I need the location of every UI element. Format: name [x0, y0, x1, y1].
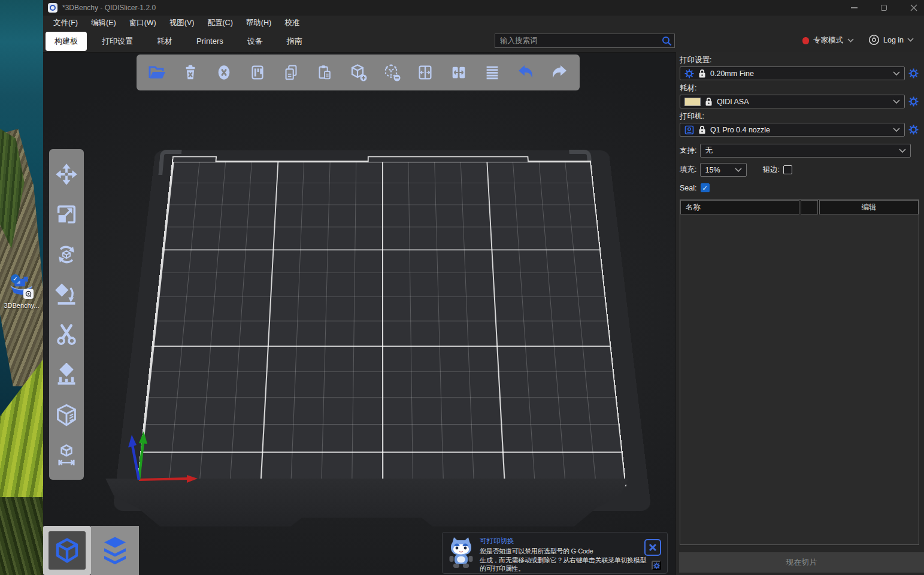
menu-help[interactable]: 帮助(H) [240, 16, 278, 30]
close-x-icon [649, 543, 657, 552]
mascot-icon [447, 535, 475, 570]
login-label: Log in [883, 36, 904, 44]
delete-button[interactable] [177, 59, 204, 86]
bed-notch [172, 156, 217, 162]
search-input[interactable] [495, 34, 675, 48]
remove-instance-button[interactable] [378, 59, 405, 86]
move-tool-button[interactable] [53, 161, 80, 188]
scale-tool-button[interactable] [53, 201, 80, 228]
tab-filament[interactable]: 耗材 [148, 32, 181, 51]
chevron-down-icon [899, 149, 906, 153]
printer-edit-button[interactable] [907, 125, 919, 135]
copy-button[interactable] [278, 59, 304, 86]
brim-label: 裙边: [762, 165, 779, 175]
gear-icon [684, 69, 694, 78]
split-to-parts-button[interactable] [446, 59, 472, 86]
cube-3d-view-icon [54, 537, 80, 564]
desktop-icon-label: 3DBenchy... [2, 302, 41, 309]
cut-tool-button[interactable] [53, 321, 80, 349]
main-toolbar [137, 55, 580, 90]
tab-print-settings[interactable]: 打印设置 [93, 32, 142, 51]
tab-plater[interactable]: 构建板 [46, 32, 87, 51]
filament-value: QIDI ASA [717, 98, 749, 106]
menu-window[interactable]: 窗口(W) [123, 16, 163, 30]
close-button[interactable] [904, 0, 923, 16]
notification-line-1: 您是否知道可以禁用所选型号的 G-Code [480, 547, 646, 556]
menu-file[interactable]: 文件(F) [47, 16, 84, 30]
menu-calibration[interactable]: 校准 [278, 16, 306, 30]
menu-configuration[interactable]: 配置(C) [201, 16, 239, 30]
search-icon[interactable] [662, 36, 672, 46]
seal-checkbox[interactable]: ✓ [701, 183, 710, 192]
printer-dropdown[interactable]: Q1 Pro 0.4 nozzle [680, 123, 905, 137]
qidislicer-badge-icon [23, 289, 34, 299]
print-settings-label: 打印设置: [680, 55, 919, 65]
account-icon [868, 34, 880, 46]
print-settings-edit-button[interactable] [907, 68, 919, 78]
expert-mode-selector[interactable]: 专家模式 [802, 35, 854, 46]
print-settings-dropdown[interactable]: 0.20mm Fine [680, 66, 905, 80]
delete-all-button[interactable] [211, 59, 237, 86]
variable-layer-height-button[interactable] [479, 59, 505, 86]
branches-photo-region [0, 497, 43, 575]
lock-icon [698, 69, 706, 78]
menu-bar: 文件(F) 编辑(E) 窗口(W) 视图(V) 配置(C) 帮助(H) 校准 [43, 16, 924, 30]
screen: ✓ 3DBenchy... *3DBenchy - QIDISlicer-1.2… [0, 0, 924, 575]
rotate-tool-button[interactable] [53, 241, 80, 268]
mode-color-dot-icon [802, 37, 809, 44]
maximize-icon [881, 5, 887, 11]
place-on-face-tool-button[interactable] [53, 281, 80, 308]
viewport-3d[interactable]: 可打印切换 您是否知道可以禁用所选型号的 G-Code 生成，而无需移动或删除它… [43, 52, 675, 575]
title-bar: *3DBenchy - QIDISlicer-1.2.0 [43, 0, 924, 16]
add-instance-button[interactable] [345, 59, 371, 86]
seal-label: Seal: [680, 184, 697, 192]
mode-label: 专家模式 [813, 35, 843, 46]
redo-button[interactable] [546, 59, 572, 86]
column-name: 名称 [680, 200, 799, 214]
object-list-body[interactable] [680, 214, 919, 544]
seam-painting-tool-button[interactable] [53, 401, 80, 429]
menu-edit[interactable]: 编辑(E) [84, 16, 123, 30]
minimize-button[interactable] [844, 0, 864, 16]
infill-dropdown[interactable]: 15% [700, 163, 747, 177]
filament-dropdown[interactable]: QIDI ASA [680, 95, 905, 108]
brim-checkbox[interactable] [783, 165, 792, 174]
open-button[interactable] [144, 59, 170, 86]
support-dropdown[interactable]: 无 [700, 144, 911, 158]
login-button[interactable]: Log in [868, 34, 914, 46]
notification-line-2: 生成，而无需移动或删除它？从右键单击关联菜单切换模型 [480, 556, 646, 565]
desktop-icon-3dbenchy[interactable]: ✓ 3DBenchy... [2, 271, 41, 309]
print-settings-value: 0.20mm Fine [710, 69, 754, 78]
notification-close-button[interactable] [644, 539, 661, 556]
maximize-button[interactable] [874, 0, 893, 16]
paste-button[interactable] [311, 59, 338, 86]
editor-view-button[interactable] [43, 526, 91, 575]
object-manipulation-toolbar [49, 149, 84, 480]
arrange-button[interactable] [244, 59, 271, 86]
support-label: 支持: [680, 146, 696, 156]
split-to-objects-button[interactable] [412, 59, 438, 86]
qidislicer-window: *3DBenchy - QIDISlicer-1.2.0 文件(F) 编辑(E)… [43, 0, 924, 575]
infill-value: 15% [705, 166, 720, 174]
gear-icon [908, 96, 919, 107]
chevron-down-icon [893, 128, 900, 132]
paint-supports-tool-button[interactable] [53, 361, 80, 389]
menu-view[interactable]: 视图(V) [163, 16, 201, 30]
chevron-down-icon [893, 99, 900, 104]
notification-line-3: 的可打印属性。 [480, 564, 646, 573]
filament-color-swatch [684, 98, 701, 106]
layers-preview-icon [98, 534, 132, 567]
tab-device[interactable]: 设备 [238, 32, 272, 51]
main-area: 可打印切换 您是否知道可以禁用所选型号的 G-Code 生成，而无需移动或删除它… [43, 52, 924, 575]
notification-settings-button[interactable] [652, 561, 661, 570]
slice-now-button[interactable]: 现在切片 [679, 552, 924, 573]
app-logo-icon [48, 3, 57, 13]
undo-button[interactable] [513, 59, 539, 86]
filament-edit-button[interactable] [907, 96, 919, 107]
preview-view-button[interactable] [91, 526, 139, 575]
settings-panel: 打印设置: 0.20mm Fine 耗材: [675, 52, 924, 575]
printer-icon [684, 125, 694, 135]
tab-guide[interactable]: 指南 [278, 32, 311, 51]
measure-tool-button[interactable] [53, 441, 80, 469]
tab-printers[interactable]: Printers [187, 32, 232, 50]
